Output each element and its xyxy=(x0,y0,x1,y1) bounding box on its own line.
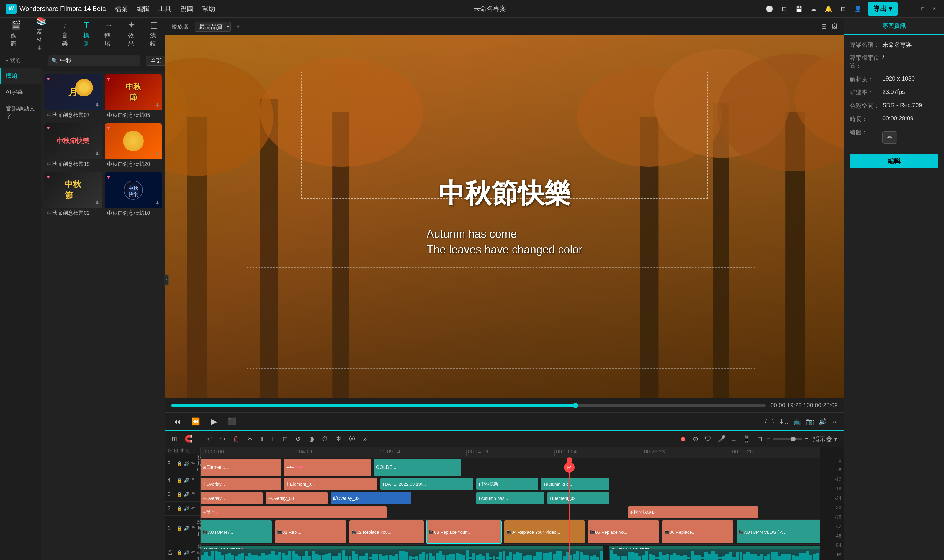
add-to-timeline-icon[interactable]: ⬇‥ xyxy=(779,418,789,425)
display-icon-btn[interactable]: ⊡ xyxy=(779,4,789,14)
tl-cut-icon[interactable]: ✂ xyxy=(246,434,254,444)
clip-04-replace[interactable]: 🎬 04 Replace Your Video... xyxy=(504,520,585,543)
menu-help[interactable]: 幫助 xyxy=(202,5,215,13)
filter-select[interactable]: 全部 xyxy=(146,56,165,66)
track-eye-2[interactable]: 👁 xyxy=(191,506,195,511)
toolbar-media[interactable]: 🎬 媒體 xyxy=(6,18,26,50)
track-lock-audio[interactable]: 🔒 xyxy=(177,550,182,555)
clip-autumn-season[interactable]: ✛ 秋季 ♥ xyxy=(201,506,387,518)
clip-golden[interactable]: GOLDE... xyxy=(374,459,461,476)
progress-thumb[interactable] xyxy=(573,403,578,408)
nav-ai-subtitle[interactable]: AI字幕 xyxy=(0,84,41,100)
track-eye-audio[interactable]: 👁 xyxy=(191,550,195,555)
tl-split-icon[interactable]: ⫴ xyxy=(258,434,265,444)
tl-more-icon[interactable]: » xyxy=(361,434,368,444)
tl-add-icon[interactable]: ⊕ xyxy=(168,447,172,454)
clip-autumn-vlog-end[interactable]: 🎬 AUTUMN VLOG / A... xyxy=(736,520,820,543)
download-icon[interactable]: ⬇ xyxy=(155,200,160,206)
zoom-out-icon[interactable]: − xyxy=(767,435,770,442)
maximize-button[interactable]: □ xyxy=(919,5,927,13)
play-button[interactable]: ▶ xyxy=(208,415,220,428)
zoom-thumb[interactable] xyxy=(791,437,796,442)
nav-audio-text[interactable]: 音訊驅動文字 xyxy=(0,100,41,125)
clip-overlay-3a[interactable]: ✛ Overlay... xyxy=(201,492,263,504)
tl-crop-icon[interactable]: ⊡ xyxy=(281,434,289,444)
progress-track[interactable] xyxy=(171,404,766,406)
clip-overlay-3b[interactable]: ✛ Overlay_03 xyxy=(266,492,327,504)
toolbar-filter[interactable]: ◫ 濾鏡 xyxy=(146,18,163,50)
clip-autumn-c[interactable]: T autumn is c... xyxy=(541,478,609,490)
toolbar-library[interactable]: 📚 素材庫 xyxy=(32,14,51,54)
track-lock-2[interactable]: 🔒 xyxy=(177,506,182,511)
track-mute-3[interactable]: 🔊 xyxy=(183,492,189,497)
quality-select[interactable]: 最高品質 xyxy=(195,22,231,32)
tl-text-icon[interactable]: T xyxy=(269,434,277,444)
download-icon[interactable]: ⬇ xyxy=(155,102,160,108)
download-icon[interactable]: ⬇ xyxy=(155,151,160,157)
tl-pointer-icon[interactable]: 指示器 ▾ xyxy=(811,434,839,445)
download-icon[interactable]: ⬇ xyxy=(95,200,100,206)
volume-icon[interactable]: 🔊 xyxy=(819,418,827,425)
user-avatar[interactable]: 👤 xyxy=(853,4,863,14)
minimize-button[interactable]: ─ xyxy=(907,5,916,13)
search-bar[interactable]: 🔍 xyxy=(48,55,140,66)
menu-tools[interactable]: 工具 xyxy=(158,5,171,13)
clip-autumn-has[interactable]: T Autumn has... xyxy=(476,492,544,504)
tl-screen2-icon[interactable]: 📱 xyxy=(741,434,752,444)
track-mute-2[interactable]: 🔊 xyxy=(183,506,189,511)
skip-back-button[interactable]: ⏮ xyxy=(171,416,183,427)
tab-project-info[interactable]: 專案資訊 xyxy=(844,18,944,34)
zoom-in-icon[interactable]: + xyxy=(804,435,808,442)
tl-redo-icon[interactable]: ↪ xyxy=(218,434,227,444)
template-item-10[interactable]: ♥ 中秋快樂 ⬇ 中秋節創意標題10 xyxy=(105,172,162,218)
clip-01-replace[interactable]: 🎬 01 Repl... xyxy=(275,520,346,543)
clip-autumn-girl[interactable]: ✛ 秋季妹你1 ♥ xyxy=(628,506,758,518)
nav-title[interactable]: 標題 xyxy=(0,68,41,84)
tl-mic-icon[interactable]: 🎤 xyxy=(716,434,727,444)
clip-element-3d[interactable]: T Element_02 xyxy=(547,492,609,504)
clip-overlay-3c[interactable]: 🖼 Overlay_02 xyxy=(331,492,411,504)
toolbar-transition[interactable]: ↔ 轉場 xyxy=(100,18,117,50)
clip-element-4b[interactable]: ✛ Element_0... xyxy=(284,478,377,490)
track-mute-1[interactable]: 🔊 xyxy=(183,526,189,531)
tl-track-icon[interactable]: ⊟ xyxy=(186,447,191,454)
template-item-07[interactable]: ♥ 月 ⬇ 中秋節創意標題07 xyxy=(44,74,102,120)
mark-in-icon[interactable]: { xyxy=(765,418,767,425)
edit-pencil-button[interactable]: ✏ xyxy=(883,131,897,144)
close-button[interactable]: ✕ xyxy=(930,5,938,13)
tl-add-track-icon[interactable]: ⊞ xyxy=(170,434,179,444)
picture-icon[interactable]: 🖼 xyxy=(831,23,838,31)
clip-sunny-weekends-1[interactable]: ♫ Sunny Weekends ♥ xyxy=(201,546,603,560)
tl-freeze-icon[interactable]: ❄ xyxy=(334,434,343,444)
cloud-icon-btn[interactable]: ☁ xyxy=(809,4,819,14)
menu-file[interactable]: 檔案 xyxy=(115,5,128,13)
search-input[interactable] xyxy=(60,57,135,64)
snapshot-icon[interactable]: 📷 xyxy=(806,418,814,425)
tl-shield-icon[interactable]: 🛡 xyxy=(703,434,713,444)
tl-magnet-icon[interactable]: 🧲 xyxy=(183,434,194,444)
track-eye-4[interactable]: 👁 xyxy=(191,477,195,483)
export-button[interactable]: 導出 ▾ xyxy=(867,2,898,15)
track-lock-5[interactable]: 🔒 xyxy=(177,461,182,466)
clip-02-replace[interactable]: 🎬 02 Replace You... xyxy=(349,520,424,543)
screen-icon[interactable]: 📺 xyxy=(793,418,801,425)
clip-03-replace[interactable]: 🎬 03 Replace Your... xyxy=(427,520,501,543)
menu-edit[interactable]: 編輯 xyxy=(137,5,150,13)
clip-overlay-4a[interactable]: ✛ Overlay... xyxy=(201,478,281,490)
tl-color2-icon[interactable]: ⊙ xyxy=(691,434,700,444)
tl-rotate-icon[interactable]: ↺ xyxy=(294,434,303,444)
clip-hearts[interactable]: ☀ 中♥♥❤ xyxy=(284,459,371,476)
template-item-19[interactable]: ♥ 中秋節快樂 ⬇ 中秋節創意標題19 xyxy=(44,123,102,169)
track-lock-3[interactable]: 🔒 xyxy=(177,492,182,497)
toolbar-audio[interactable]: ♪ 音樂 xyxy=(57,18,72,50)
track-mute-audio[interactable]: 🔊 xyxy=(183,550,189,555)
tl-record-icon[interactable]: ⏺ xyxy=(678,434,688,444)
track-eye-3[interactable]: 👁 xyxy=(191,492,195,497)
tl-multi-icon[interactable]: ⊟ xyxy=(755,434,764,444)
clip-element[interactable]: ☀ Element... xyxy=(201,459,281,476)
collapse-panel-button[interactable]: ‹ xyxy=(164,275,169,285)
tl-layers-icon[interactable]: ≡ xyxy=(730,434,738,444)
track-mute-4[interactable]: 🔊 xyxy=(183,477,189,483)
step-back-button[interactable]: ⏪ xyxy=(189,416,203,427)
tl-stabilize-icon[interactable]: ⦿ xyxy=(347,434,357,444)
